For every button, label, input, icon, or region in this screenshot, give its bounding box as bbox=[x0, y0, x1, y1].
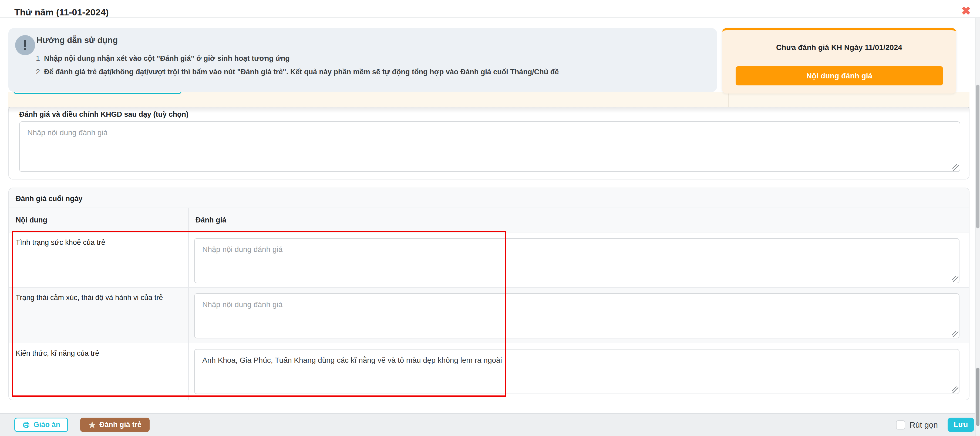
save-button[interactable]: Lưu bbox=[948, 418, 974, 432]
daily-review-title: Đánh giá cuối ngày bbox=[9, 188, 969, 208]
instruction-text: Nhập nội dung nhận xét vào cột "Đánh giá… bbox=[44, 54, 290, 63]
footer-right-group: Rút gọn Lưu bbox=[896, 418, 974, 432]
usage-instructions-box: ! Hướng dẫn sử dụng 1 Nhập nội dung nhận… bbox=[8, 28, 717, 92]
daily-review-card: Đánh giá cuối ngày Nội dung Đánh giá Tìn… bbox=[8, 188, 969, 400]
khgd-adjustment-card: Đánh giá và điều chỉnh KHGD sau dạy (tuỳ… bbox=[8, 105, 969, 179]
vertical-scrollbar[interactable] bbox=[975, 18, 980, 436]
compact-checkbox[interactable] bbox=[896, 420, 905, 430]
row-label: Tình trạng sức khoẻ của trẻ bbox=[9, 232, 189, 287]
row-label: Trạng thái cảm xúc, thái độ và hành vi c… bbox=[9, 287, 189, 343]
row-input-cell bbox=[189, 287, 969, 343]
lesson-plan-button[interactable]: Giáo án bbox=[14, 418, 68, 432]
instructions-title: Hướng dẫn sử dụng bbox=[37, 35, 118, 45]
evaluate-children-button-label: Đánh giá trẻ bbox=[99, 421, 142, 429]
scrollbar-thumb[interactable] bbox=[976, 367, 980, 426]
row-label: Kiến thức, kĩ năng của trẻ bbox=[9, 343, 189, 400]
instructions-list: 1 Nhập nội dung nhận xét vào cột "Đánh g… bbox=[36, 50, 706, 77]
column-divider bbox=[728, 92, 729, 107]
evaluation-status-card: Chưa đánh giá KH Ngày 11/01/2024 Nội dun… bbox=[722, 28, 956, 94]
row-input-cell bbox=[189, 232, 969, 287]
table-row: Trạng thái cảm xúc, thái độ và hành vi c… bbox=[9, 287, 969, 343]
emotion-behavior-textarea[interactable] bbox=[194, 293, 959, 339]
modal-footer: Giáo án ★ Đánh giá trẻ Rút gọn Lưu bbox=[0, 413, 980, 436]
knowledge-skills-textarea[interactable]: Anh Khoa, Gia Phúc, Tuấn Khang dùng các … bbox=[194, 349, 959, 394]
table-row: Kiến thức, kĩ năng của trẻ Anh Khoa, Gia… bbox=[9, 343, 969, 400]
instruction-number: 1 bbox=[36, 54, 44, 63]
status-badge: Chưa đánh giá KH Ngày 11/01/2024 bbox=[722, 43, 956, 52]
modal-header: Thứ năm (11-01-2024) ✖ bbox=[0, 0, 980, 18]
evaluation-content-button[interactable]: Nội dung đánh giá bbox=[736, 66, 943, 85]
instruction-number: 2 bbox=[36, 67, 44, 77]
table-row: Tình trạng sức khoẻ của trẻ bbox=[9, 232, 969, 287]
column-header-content: Nội dung bbox=[9, 208, 189, 232]
printer-icon bbox=[22, 421, 30, 429]
table-header-row: Nội dung Đánh giá bbox=[9, 208, 969, 232]
partial-table-row bbox=[8, 92, 969, 107]
compact-label: Rút gọn bbox=[910, 420, 938, 430]
instruction-item: 2 Để đánh giá trẻ đạt/không đạt/vượt trộ… bbox=[36, 67, 706, 77]
scroll-shadow bbox=[8, 107, 969, 113]
khgd-evaluation-textarea[interactable] bbox=[19, 121, 960, 172]
row-input-cell: Anh Khoa, Gia Phúc, Tuấn Khang dùng các … bbox=[189, 343, 969, 400]
info-icon: ! bbox=[15, 35, 35, 55]
evaluate-children-button[interactable]: ★ Đánh giá trẻ bbox=[80, 418, 150, 432]
star-icon: ★ bbox=[88, 421, 96, 429]
instruction-text: Để đánh giá trẻ đạt/không đạt/vượt trội … bbox=[44, 67, 559, 77]
lesson-plan-button-label: Giáo án bbox=[33, 421, 60, 429]
page-title: Thứ năm (11-01-2024) bbox=[14, 7, 109, 18]
column-divider bbox=[188, 92, 188, 107]
instruction-item: 1 Nhập nội dung nhận xét vào cột "Đánh g… bbox=[36, 54, 706, 63]
sticky-info-area: ! Hướng dẫn sử dụng 1 Nhập nội dung nhận… bbox=[8, 28, 969, 94]
scrollbar-thumb[interactable] bbox=[976, 85, 980, 228]
health-status-textarea[interactable] bbox=[194, 238, 959, 283]
column-header-evaluation: Đánh giá bbox=[189, 208, 969, 232]
close-icon[interactable]: ✖ bbox=[961, 5, 971, 17]
